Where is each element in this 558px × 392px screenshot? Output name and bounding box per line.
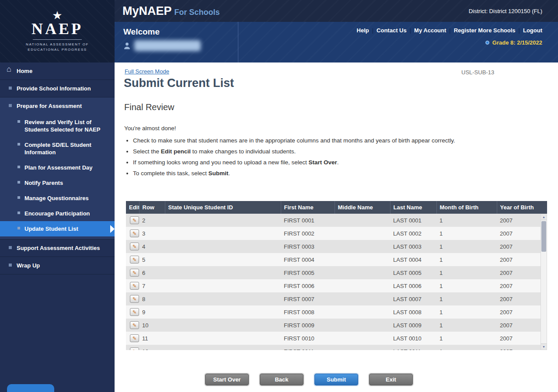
nav-link-help[interactable]: Help [354, 27, 372, 34]
edit-pencil-icon[interactable]: ✎ [130, 269, 139, 277]
start-over-button[interactable]: Start Over [205, 374, 249, 385]
month-of-birth-cell: 1 [436, 266, 497, 279]
sidebar-item-update-student-list[interactable]: Update Student List [0, 221, 115, 236]
year-of-birth-cell: 2007 [497, 345, 541, 350]
edit-pencil-icon[interactable]: ✎ [130, 256, 139, 264]
first-name-cell: FIRST 0008 [281, 305, 335, 319]
col-header-year-of-birth: Year of Birth [497, 201, 547, 214]
instruction-bold: Edit pencil [161, 148, 191, 155]
last-name-cell: LAST 0005 [390, 266, 436, 279]
first-name-cell: FIRST 0009 [281, 319, 335, 332]
state-id-cell [165, 305, 281, 319]
table-row: ✎10FIRST 0009LAST 000912007 [126, 319, 541, 332]
col-header-first-name: First Name [281, 201, 335, 214]
edit-pencil-icon[interactable]: ✎ [130, 282, 139, 290]
row-number-cell: 11 [139, 332, 165, 345]
bullet-square-icon [17, 227, 20, 229]
sidebar-item-label: Provide School Information [17, 85, 91, 92]
instruction-bold: Submit [209, 170, 229, 177]
sidebar-item-prepare-for-assessment[interactable]: Prepare for Assessment [0, 97, 115, 114]
page-code: USL-SUB-13 [461, 69, 494, 76]
active-item-arrow-icon [110, 225, 115, 233]
month-of-birth-cell: 1 [436, 319, 497, 332]
app-window: ★ NAEP NATIONAL ASSESSMENT OF EDUCATIONA… [0, 0, 558, 392]
sidebar-item-home[interactable]: ⌂ Home [0, 62, 115, 80]
feedback-tab[interactable] [7, 384, 54, 392]
back-button[interactable]: Back [260, 374, 303, 385]
nav-link-logout[interactable]: Logout [520, 27, 542, 34]
month-of-birth-cell: 1 [436, 332, 497, 345]
sidebar-item-wrap-up[interactable]: Wrap Up [0, 257, 115, 274]
instruction-text: Select the [133, 148, 161, 155]
edit-cell: ✎ [126, 253, 139, 266]
table-scrollbar[interactable]: ▲ ▼ [541, 214, 547, 350]
instruction-text: If something looks wrong and you need to… [133, 159, 309, 166]
edit-cell: ✎ [126, 279, 139, 292]
table-row: ✎12FIRST 0011LAST 001112007 [126, 345, 541, 350]
scrollbar-up-icon[interactable]: ▲ [541, 214, 547, 220]
person-icon [123, 42, 131, 49]
last-name-cell: LAST 0008 [390, 305, 436, 319]
sidebar-item-encourage-participation[interactable]: Encourage Participation [0, 206, 115, 221]
edit-cell: ✎ [126, 292, 139, 305]
nav-link-my-account[interactable]: My Account [411, 27, 449, 34]
middle-name-cell [335, 319, 390, 332]
sidebar-item-complete-sd-el-information[interactable]: Complete SD/EL Student Information [0, 137, 115, 160]
edit-pencil-icon[interactable]: ✎ [130, 347, 139, 350]
redacted-user-name [134, 40, 201, 51]
submit-button[interactable]: Submit [314, 374, 358, 385]
edit-pencil-icon[interactable]: ✎ [130, 229, 139, 237]
scrollbar-thumb[interactable] [541, 221, 546, 252]
instruction-item: To complete this task, select Submit. [133, 169, 483, 178]
bullet-square-icon [17, 166, 20, 168]
last-name-cell: LAST 0003 [390, 240, 436, 253]
sidebar-item-support-assessment-activities[interactable]: Support Assessment Activities [0, 239, 115, 257]
edit-cell: ✎ [126, 227, 139, 240]
row-number-cell: 7 [139, 279, 165, 292]
nav-link-register-more-schools[interactable]: Register More Schools [451, 27, 519, 34]
row-number-cell: 6 [139, 266, 165, 279]
last-name-cell: LAST 0004 [390, 253, 436, 266]
scrollbar-down-icon[interactable]: ▼ [541, 343, 547, 350]
edit-pencil-icon[interactable]: ✎ [130, 216, 139, 224]
brand-title: MyNAEPFor Schools [122, 4, 220, 18]
intro-text: You're almost done! [124, 125, 176, 132]
sidebar-item-plan-for-assessment-day[interactable]: Plan for Assessment Day [0, 160, 115, 175]
nav-link-contact-us[interactable]: Contact Us [373, 27, 410, 34]
full-screen-mode-link[interactable]: Full Screen Mode [125, 68, 169, 75]
state-id-cell [165, 279, 281, 292]
row-number-cell: 8 [139, 292, 165, 305]
row-number-cell: 12 [139, 345, 165, 350]
edit-pencil-icon[interactable]: ✎ [130, 334, 139, 342]
month-of-birth-cell: 1 [436, 305, 497, 319]
sidebar-item-label: Plan for Assessment Day [24, 164, 93, 171]
edit-cell: ✎ [126, 305, 139, 319]
month-of-birth-cell: 1 [436, 240, 497, 253]
first-name-cell: FIRST 0002 [281, 227, 335, 240]
table-row: ✎8FIRST 0007LAST 000712007 [126, 292, 541, 305]
table-row: ✎4FIRST 0003LAST 000312007 [126, 240, 541, 253]
edit-pencil-icon[interactable]: ✎ [130, 243, 139, 250]
bullet-square-icon [17, 143, 20, 146]
sidebar-item-label: Encourage Participation [24, 210, 90, 217]
sidebar-item-provide-school-information[interactable]: Provide School Information [0, 80, 115, 97]
edit-pencil-icon[interactable]: ✎ [130, 321, 139, 329]
exit-button[interactable]: Exit [369, 374, 413, 385]
instruction-text: . [337, 159, 339, 166]
footer-buttons: Start Over Back Submit Exit [205, 374, 413, 385]
welcome-right: Help|Contact Us|My Account|Register More… [354, 27, 542, 46]
year-of-birth-cell: 2007 [497, 253, 541, 266]
main-content: Full Screen Mode USL-SUB-13 Submit Curre… [115, 62, 558, 392]
sidebar-item-label: Support Assessment Activities [17, 245, 100, 251]
instruction-bold: Start Over [309, 159, 337, 166]
table-row: ✎6FIRST 0005LAST 000512007 [126, 266, 541, 279]
grade-status: Grade 8: 2/15/2022 [354, 39, 542, 46]
welcome-bar: Welcome Help|Contact Us|My Account|Regis… [115, 22, 558, 62]
edit-pencil-icon[interactable]: ✎ [130, 308, 139, 316]
state-id-cell [165, 227, 281, 240]
sidebar-item-notify-parents[interactable]: Notify Parents [0, 175, 115, 191]
first-name-cell: FIRST 0006 [281, 279, 335, 292]
sidebar-item-review-and-verify-list[interactable]: Review and Verify List of Students Selec… [0, 114, 115, 137]
sidebar-item-manage-questionnaires[interactable]: Manage Questionnaires [0, 191, 115, 206]
edit-pencil-icon[interactable]: ✎ [130, 295, 139, 303]
